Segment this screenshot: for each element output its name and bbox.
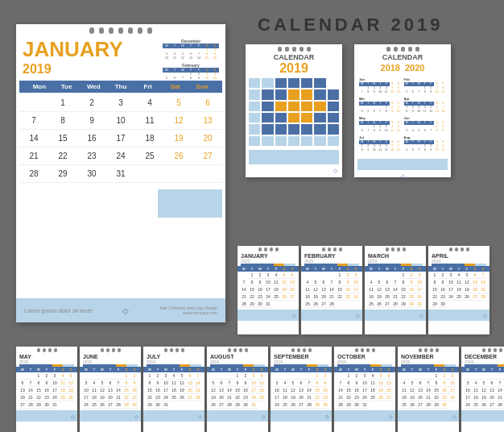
day-cell: 10: [106, 112, 135, 130]
july-small-card: JULY 2019 MTWTFSS 1234567 891011121314 1…: [143, 347, 204, 432]
day-cell: 7: [19, 112, 48, 130]
day-headers: Mon Tue Wed Thu Fri Sat Sun: [19, 81, 222, 93]
sat-header: Sat: [162, 83, 189, 90]
year-label: 2019: [23, 62, 133, 80]
november-small-card: NOVEMBER 2019 MTWTFSS 123 45678910 11121…: [398, 347, 459, 432]
december-small-card: DECEMBER 2019 MTWTFSS 12 3456789 1011121…: [461, 347, 504, 432]
day-cell: 30: [77, 165, 106, 183]
day-cell: 12: [164, 112, 193, 130]
footer-strip: [249, 150, 339, 164]
small-cards-row1: JANUARY 2019 MTWTFSS 123456 78910111213 …: [238, 246, 490, 334]
company-text: Your Company and Logo Designwww.company.…: [159, 305, 217, 315]
day-cell: 18: [135, 130, 164, 147]
day-cell: 14: [19, 130, 48, 147]
small-cards-row2: MAY 2019 MTWTFSS 12345 6789101112 131415…: [16, 347, 504, 432]
year-logo: ◇: [354, 173, 451, 180]
year-footer-strip: [357, 159, 448, 170]
april-small-card: APRIL 2019 MTWTFSS 1234567 891011121314 …: [428, 246, 490, 334]
january-small-card: JANUARY 2019 MTWTFSS 123456 78910111213 …: [238, 246, 299, 334]
spiral-decoration: [246, 44, 342, 53]
october-small-card: OCTOBER 2019 MTWTFSS 123456 78910111213 …: [334, 347, 395, 432]
year-overview-card: CALENDAR 2018 2020 Jan MTWTFSS 123456 78…: [354, 44, 451, 177]
august-small-card: AUGUST 2019 MTWTFSS 1234 567891011 12131…: [207, 347, 268, 432]
day-cell: 2: [77, 94, 106, 112]
large-calendar-card: JANUARY 2019 December M T W T F S S: [16, 24, 225, 322]
day-cell: 9: [77, 112, 106, 130]
day-cell: 13: [193, 112, 222, 130]
years-row: 2018 2020: [354, 61, 451, 74]
day-cell: 3: [106, 94, 135, 112]
wed-header: Wed: [80, 83, 107, 90]
mosaic-art: [246, 76, 342, 148]
day-cell: 17: [106, 130, 135, 147]
spiral-decoration: [354, 44, 451, 53]
day-cell: 28: [19, 165, 48, 183]
day-cell: 16: [77, 130, 106, 147]
day-cell: 29: [48, 165, 77, 183]
thu-header: Thu: [107, 83, 134, 90]
lorem-text: Lorem ipsum dolor sit amet: [24, 308, 92, 314]
march-small-card: MARCH 2019 MTWTFSS 123 45678910 11121314…: [365, 246, 426, 334]
day-cell: 31: [106, 165, 135, 183]
day-cell: [164, 165, 193, 183]
day-cell: 21: [19, 147, 48, 165]
day-cell: 24: [106, 147, 135, 165]
calendar-grid: 1 2 3 4 5 6 7 8 9 10 11 12 13 14 15 16 1…: [16, 94, 225, 183]
february-small-card: FEBRUARY 2019 MTWTFSS 123 45678910 11121…: [301, 246, 362, 334]
day-cell: 15: [48, 130, 77, 147]
graphic-calendar-card: CALENDAR 2019: [246, 44, 342, 177]
day-cell: 1: [48, 94, 77, 112]
footer-bar: Lorem ipsum dolor sit amet ◇ Your Compan…: [16, 298, 225, 322]
day-cell: [19, 94, 48, 112]
day-cell: 19: [164, 130, 193, 147]
graphic-year-label: 2019: [246, 61, 342, 76]
day-cell: 25: [135, 147, 164, 165]
day-cell: 5: [164, 94, 193, 112]
day-cell: [193, 165, 222, 183]
mon-header: Mon: [26, 83, 53, 90]
month-name: JANUARY: [23, 35, 133, 62]
spiral-decoration: [16, 24, 225, 35]
may-small-card: MAY 2019 MTWTFSS 12345 6789101112 131415…: [16, 347, 77, 432]
fri-header: Fri: [134, 83, 162, 90]
year-2018: 2018: [381, 63, 400, 73]
june-small-card: JUNE 2019 MTWTFSS 12 3456789 10111213141…: [80, 347, 141, 432]
day-cell: 4: [135, 94, 164, 112]
graphic-logo: ◇: [246, 168, 342, 176]
day-cell: 11: [135, 112, 164, 130]
september-small-card: SEPTEMBER 2019 MTWTFSS 12 3456789 101112…: [271, 347, 332, 432]
logo-icon: ◇: [122, 306, 129, 315]
sun-header: Sun: [188, 83, 216, 90]
year-grid: Jan MTWTFSS 123456 78910111213 Feb MTWTF…: [354, 74, 451, 156]
main-title: CALENDAR 2019: [258, 15, 444, 35]
year-cal-label: CALENDAR: [354, 53, 451, 61]
graphic-cal-label: CALENDAR: [246, 53, 342, 61]
day-cell: [135, 165, 164, 183]
day-cell: 27: [193, 147, 222, 165]
day-cell: 6: [193, 94, 222, 112]
year-2020: 2020: [405, 63, 424, 73]
day-cell: 22: [48, 147, 77, 165]
tue-header: Tue: [53, 83, 81, 90]
day-cell: 8: [48, 112, 77, 130]
image-placeholder: [158, 189, 222, 218]
day-cell: 23: [77, 147, 106, 165]
day-cell: 26: [164, 147, 193, 165]
day-cell: 20: [193, 130, 222, 147]
